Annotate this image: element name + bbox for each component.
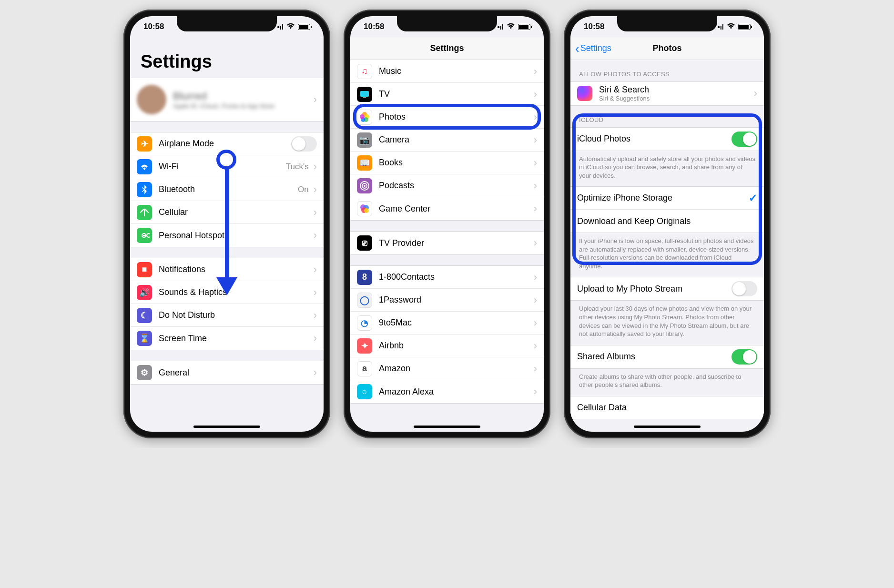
chevron-right-icon: › <box>314 333 317 344</box>
chevron-right-icon: › <box>314 94 317 105</box>
settings-row-game-center[interactable]: Game Center› <box>350 197 544 220</box>
signal-icon: •ıl <box>497 23 504 31</box>
1-800contacts-icon: 8 <box>357 270 372 285</box>
9to5mac-icon: ◔ <box>357 315 372 331</box>
settings-row-tv-provider[interactable]: ⎚TV Provider› <box>350 232 544 254</box>
siri-title: Siri & Search <box>599 85 752 95</box>
notch <box>617 16 717 31</box>
settings-row-do-not-disturb[interactable]: ☾Do Not Disturb› <box>130 304 324 327</box>
chevron-right-icon: › <box>534 295 537 305</box>
notch <box>177 16 277 31</box>
camera-icon: 📷 <box>357 132 372 148</box>
phone-frame-1: 10:58↗ •ıl Settings Blurred Apple ID, iC… <box>123 10 330 438</box>
home-indicator[interactable] <box>634 426 701 428</box>
settings-row-tv[interactable]: TV› <box>350 83 544 106</box>
chevron-right-icon: › <box>534 66 537 77</box>
profile-name: Blurred <box>173 90 312 102</box>
chevron-right-icon: › <box>534 341 537 351</box>
back-button[interactable]: ‹ Settings <box>575 42 611 55</box>
svg-point-9 <box>364 185 366 187</box>
general-icon: ⚙ <box>137 365 152 380</box>
checkmark-icon: ✓ <box>749 192 757 204</box>
row-label: Podcasts <box>379 181 532 191</box>
siri-search-row[interactable]: Siri & Search Siri & Suggestions › <box>570 82 764 105</box>
download-label: Download and Keep Originals <box>577 216 757 226</box>
svg-point-6 <box>360 114 365 119</box>
icloud-photos-toggle[interactable] <box>731 132 757 147</box>
chevron-right-icon: › <box>534 386 537 397</box>
settings-row-amazon[interactable]: aAmazon› <box>350 357 544 380</box>
settings-row-9to5mac[interactable]: ◔9to5Mac› <box>350 312 544 335</box>
cellular-icon <box>137 205 152 220</box>
settings-row-1password[interactable]: ◯1Password› <box>350 289 544 312</box>
settings-row-books[interactable]: 📖Books› <box>350 152 544 174</box>
chevron-right-icon: › <box>314 184 317 195</box>
row-label: 1-800Contacts <box>379 272 532 282</box>
battery-icon <box>298 24 310 30</box>
wifi-icon <box>286 23 295 31</box>
settings-row-general[interactable]: ⚙General› <box>130 361 324 384</box>
wifi-icon <box>727 23 735 31</box>
phone-frame-3: 10:58↗ •ıl ‹ Settings Photos ALLOW PHOTO… <box>564 10 771 438</box>
battery-icon <box>738 24 751 30</box>
notifications-icon: ■ <box>137 262 152 277</box>
amazon-alexa-icon: ○ <box>357 384 372 399</box>
chevron-right-icon: › <box>314 264 317 275</box>
settings-row-music[interactable]: ♫Music› <box>350 60 544 83</box>
settings-row-amazon-alexa[interactable]: ○Amazon Alexa› <box>350 380 544 403</box>
apple-id-row[interactable]: Blurred Apple ID, iCloud, iTunes & App S… <box>130 78 324 122</box>
chevron-right-icon: › <box>314 287 317 298</box>
icloud-desc: Automatically upload and safely store al… <box>570 151 764 187</box>
settings-row-photos[interactable]: Photos› <box>350 106 544 129</box>
settings-row-airbnb[interactable]: ✦Airbnb› <box>350 335 544 357</box>
row-label: Amazon Alexa <box>379 387 532 397</box>
settings-row-screen-time[interactable]: ⌛Screen Time› <box>130 327 324 350</box>
chevron-right-icon: › <box>534 135 537 145</box>
scroll-down-annotation <box>216 150 237 295</box>
storage-desc: If your iPhone is low on space, full-res… <box>570 233 764 277</box>
settings-row-camera[interactable]: 📷Camera› <box>350 129 544 152</box>
music-icon: ♫ <box>357 64 372 79</box>
shared-albums-toggle[interactable] <box>731 349 757 365</box>
optimize-storage-row[interactable]: Optimize iPhone Storage ✓ <box>570 187 764 210</box>
cellular-data-row[interactable]: Cellular Data <box>570 396 764 419</box>
1password-icon: ◯ <box>357 293 372 308</box>
shared-desc: Create albums to share with other people… <box>570 369 764 396</box>
settings-row-1-800contacts[interactable]: 81-800Contacts› <box>350 266 544 289</box>
nav-title: Photos <box>653 43 682 53</box>
row-label: Music <box>379 66 532 76</box>
settings-row-podcasts[interactable]: Podcasts› <box>350 174 544 197</box>
row-toggle[interactable] <box>291 136 317 152</box>
avatar <box>137 85 166 114</box>
amazon-icon: a <box>357 361 372 376</box>
nav-title: Settings <box>430 43 464 53</box>
row-label: Do Not Disturb <box>159 310 312 320</box>
signal-icon: •ıl <box>717 23 724 31</box>
nav-bar: ‹ Settings Photos <box>570 37 764 60</box>
screen-time-icon: ⌛ <box>137 331 152 346</box>
back-label: Settings <box>580 43 611 53</box>
chevron-right-icon: › <box>534 272 537 283</box>
row-label: Camera <box>379 135 532 145</box>
row-label: Game Center <box>379 204 532 214</box>
home-indicator[interactable] <box>414 426 480 428</box>
photo-stream-toggle[interactable] <box>731 281 757 296</box>
row-label: General <box>159 368 312 378</box>
download-originals-row[interactable]: Download and Keep Originals <box>570 210 764 233</box>
row-label: 9to5Mac <box>379 318 532 328</box>
status-time: 10:58 <box>143 22 164 31</box>
bluetooth-icon <box>137 182 152 197</box>
photo-stream-row[interactable]: Upload to My Photo Stream <box>570 277 764 300</box>
row-detail: Tuck's <box>286 162 309 172</box>
row-label: Screen Time <box>159 334 312 344</box>
chevron-right-icon: › <box>314 207 317 218</box>
shared-albums-row[interactable]: Shared Albums <box>570 345 764 368</box>
chevron-left-icon: ‹ <box>575 42 579 55</box>
chevron-right-icon: › <box>314 367 317 378</box>
home-indicator[interactable] <box>193 426 260 428</box>
icloud-photos-row[interactable]: iCloud Photos <box>570 128 764 151</box>
chevron-right-icon: › <box>534 112 537 122</box>
wifi-icon <box>507 23 515 31</box>
section-icloud: ICLOUD <box>570 106 764 127</box>
chevron-right-icon: › <box>314 310 317 321</box>
